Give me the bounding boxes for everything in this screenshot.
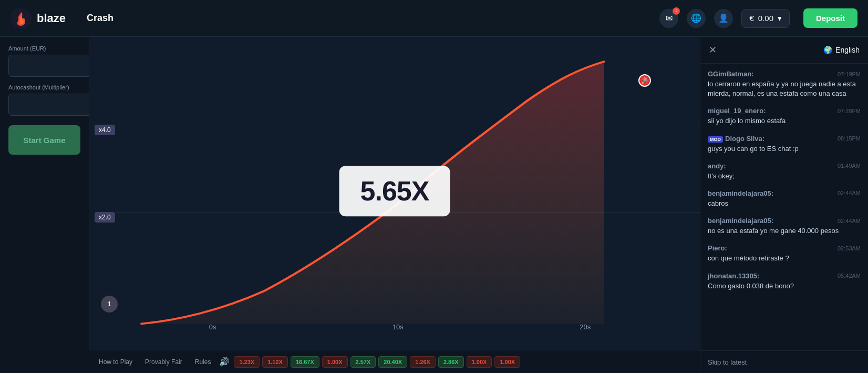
chat-msg-header-1: miguel_19_enero:07:28PM — [708, 107, 861, 115]
header-icons: ✉ 2 🌐 👤 € 0.00 ▾ Deposit — [659, 8, 857, 28]
rocket-icon: 🚀 — [638, 74, 651, 87]
skip-to-latest-button[interactable]: Skip to latest — [708, 358, 747, 366]
provably-fair-link[interactable]: Provably Fair — [141, 356, 187, 368]
chat-username-1: miguel_19_enero: — [708, 107, 766, 115]
chat-time-2: 08:15PM — [838, 135, 861, 142]
chat-username-6: Piero: — [708, 244, 727, 252]
chat-text-7: Como gasto 0.038 de bono? — [708, 281, 861, 291]
chat-username-5: benjamindelajara05: — [708, 217, 773, 225]
y-label-2x: x2.0 — [95, 212, 115, 223]
chat-msg-header-7: jhonatan.13305:05:42AM — [708, 272, 861, 280]
chat-text-4: cabros — [708, 199, 861, 208]
start-game-button[interactable]: Start Game — [8, 125, 80, 155]
right-chat: ✕ 🌍 English GGimBatman:07:19PMlo cerraro… — [700, 37, 868, 373]
autocashout-row: ✕ — [8, 94, 80, 116]
chat-msg-header-4: benjamindelajara05:02:44AM — [708, 189, 861, 197]
notification-badge: 2 — [673, 7, 680, 15]
language-label: English — [835, 46, 860, 54]
amount-input-row: ½ 2X — [8, 55, 80, 77]
chat-time-0: 07:19PM — [838, 71, 861, 77]
rules-link[interactable]: Rules — [191, 356, 215, 368]
chat-language[interactable]: 🌍 English — [823, 46, 860, 54]
multiplier-display: 5.65X — [339, 166, 450, 216]
sound-button[interactable]: 🔊 — [219, 357, 230, 367]
header: blaze Crash ✉ 2 🌐 👤 € 0.00 ▾ Deposit — [0, 0, 868, 37]
chat-msg-header-6: Piero:02:53AM — [708, 244, 861, 252]
chat-time-7: 05:42AM — [838, 273, 861, 279]
logo-icon — [11, 8, 32, 29]
chat-username-2: MODDiogo Silva: — [708, 135, 764, 143]
deposit-button[interactable]: Deposit — [803, 8, 857, 28]
history-badge-5[interactable]: 20.40X — [378, 356, 407, 368]
chat-username-4: benjamindelajara05: — [708, 189, 773, 197]
chat-text-6: con que método retiraste ? — [708, 254, 861, 263]
autocashout-group: Autocashout (Multiplier) ✕ — [8, 84, 80, 116]
user-button[interactable]: 👤 — [714, 9, 733, 28]
chart-container: 🚀 x4.0 x2.0 1 0s 10s 20s 5.65X — [89, 37, 700, 350]
mod-badge-2: MOD — [708, 136, 723, 143]
chat-message-0: GGimBatman:07:19PMlo cerraron en españa … — [708, 70, 861, 98]
autocashout-label: Autocashout (Multiplier) — [8, 84, 80, 90]
chat-text-3: It's okey; — [708, 172, 861, 181]
chat-footer: Skip to latest — [700, 350, 868, 373]
chat-time-6: 02:53AM — [838, 245, 861, 251]
chat-username-3: andy: — [708, 162, 726, 170]
history-badge-6[interactable]: 1.26X — [410, 356, 436, 368]
chat-messages: GGimBatman:07:19PMlo cerraron en españa … — [700, 64, 868, 350]
y-label-1: 1 — [101, 296, 118, 312]
chat-msg-header-0: GGimBatman:07:19PM — [708, 70, 861, 78]
chat-text-5: no es una estafa yo me gane 40.000 pesos — [708, 226, 861, 236]
chat-username-7: jhonatan.13305: — [708, 272, 759, 280]
balance-value: 0.00 — [758, 14, 773, 23]
chat-username-0: GGimBatman: — [708, 70, 753, 78]
x-labels: 0s 10s 20s — [89, 323, 700, 331]
left-sidebar: Amount (EUR) ½ 2X Autocashout (Multiplie… — [0, 37, 89, 373]
chat-text-1: sii yo dijo lo mismo estafa — [708, 116, 861, 126]
amount-group: Amount (EUR) ½ 2X — [8, 45, 80, 77]
game-area: 🚀 x4.0 x2.0 1 0s 10s 20s 5.65X How to Pl… — [89, 37, 700, 373]
chat-time-3: 01:49AM — [838, 163, 861, 169]
history-badge-1[interactable]: 1.12X — [262, 356, 288, 368]
logo-text: blaze — [37, 12, 66, 25]
chat-time-1: 07:28PM — [838, 108, 861, 114]
chat-text-2: guys you can go to ES chat :p — [708, 144, 861, 154]
chat-message-2: MODDiogo Silva:08:15PMguys you can go to… — [708, 135, 861, 154]
chat-message-6: Piero:02:53AMcon que método retiraste ? — [708, 244, 861, 263]
user-icon: 👤 — [718, 13, 729, 23]
chat-header: ✕ 🌍 English — [700, 37, 868, 64]
chat-message-7: jhonatan.13305:05:42AMComo gasto 0.038 d… — [708, 272, 861, 291]
balance-area[interactable]: € 0.00 ▾ — [741, 9, 790, 28]
history-badge-0[interactable]: 1.23X — [234, 356, 260, 368]
how-to-play-link[interactable]: How to Play — [95, 356, 137, 368]
amount-label: Amount (EUR) — [8, 45, 80, 52]
multiplier-value: 5.65X — [360, 175, 429, 207]
nav-crash[interactable]: Crash — [87, 13, 113, 24]
flag-icon: 🌍 — [823, 46, 832, 54]
mail-icon: ✉ — [666, 13, 673, 23]
main-content: Amount (EUR) ½ 2X Autocashout (Multiplie… — [0, 37, 868, 373]
chat-msg-header-3: andy:01:49AM — [708, 162, 861, 170]
globe-icon: 🌐 — [691, 13, 701, 23]
chat-msg-header-2: MODDiogo Silva:08:15PM — [708, 135, 861, 143]
chat-time-5: 02:44AM — [838, 218, 861, 224]
history-badge-7[interactable]: 2.86X — [438, 356, 464, 368]
x-label-10: 10s — [392, 323, 404, 331]
y-label-4x: x4.0 — [95, 125, 115, 135]
history-badge-4[interactable]: 2.57X — [350, 356, 376, 368]
chat-text-0: lo cerraron en españa y ya no juega nadi… — [708, 79, 861, 98]
history-badge-9[interactable]: 1.00X — [494, 356, 520, 368]
history-badge-3[interactable]: 1.00X — [322, 356, 348, 368]
globe-button[interactable]: 🌐 — [687, 9, 706, 28]
chat-message-5: benjamindelajara05:02:44AMno es una esta… — [708, 217, 861, 236]
chat-close-button[interactable]: ✕ — [709, 44, 717, 56]
bottom-bar: How to Play Provably Fair Rules 🔊 1.23X1… — [89, 350, 700, 373]
chat-message-3: andy:01:49AMIt's okey; — [708, 162, 861, 181]
history-badge-8[interactable]: 1.00X — [467, 356, 492, 368]
history-badge-2[interactable]: 16.67X — [291, 356, 319, 368]
logo-area: blaze — [11, 8, 66, 29]
currency-icon: € — [749, 14, 753, 23]
chat-message-1: miguel_19_enero:07:28PMsii yo dijo lo mi… — [708, 107, 861, 126]
x-label-0: 0s — [209, 323, 216, 331]
history-badges: 1.23X1.12X16.67X1.00X2.57X20.40X1.26X2.8… — [234, 356, 520, 368]
notifications-button[interactable]: ✉ 2 — [659, 9, 678, 28]
